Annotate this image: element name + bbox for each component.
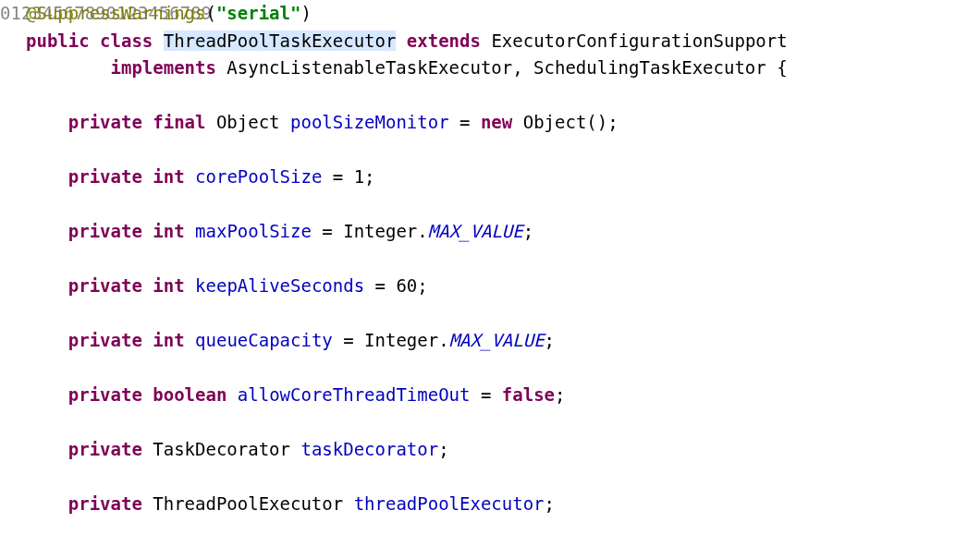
code-token: "serial" [216, 3, 301, 23]
code-token: threadPoolExecutor [354, 493, 545, 514]
code-token: private [68, 493, 142, 514]
code-token: = [470, 384, 501, 405]
code-token [227, 384, 237, 405]
code-token: false [502, 384, 555, 405]
code-token: ; [545, 330, 555, 350]
code-line[interactable]: private TaskDecorator taskDecorator; [26, 436, 980, 464]
code-token: taskDecorator [300, 439, 438, 459]
code-token: private boolean [68, 384, 227, 405]
code-line[interactable] [26, 464, 980, 492]
code-token: ( [205, 3, 215, 23]
code-token: ; [438, 439, 448, 459]
code-line[interactable] [26, 137, 980, 164]
code-line[interactable]: public class ThreadPoolTaskExecutor exte… [26, 28, 980, 55]
code-line[interactable]: private int queueCapacity = Integer.MAX_… [26, 327, 980, 355]
code-token [26, 166, 68, 187]
code-line[interactable] [26, 518, 980, 546]
code-token [26, 384, 68, 405]
code-token [26, 439, 68, 459]
code-token: private [68, 439, 142, 459]
code-token: TaskDecorator [142, 439, 301, 459]
code-token: ; [523, 221, 533, 241]
code-line[interactable]: private boolean allowCoreThreadTimeOut =… [26, 382, 980, 409]
code-token: = 60; [364, 275, 428, 296]
code-token: queueCapacity [195, 330, 333, 350]
code-token [153, 30, 163, 51]
code-line[interactable]: @SuppressWarnings("serial") [26, 0, 980, 28]
code-token: new [481, 112, 512, 132]
code-token: allowCoreThreadTimeOut [238, 384, 471, 405]
line-number-gutter: 01234567890123456789 [0, 0, 17, 547]
code-token: extends [407, 30, 481, 51]
code-token: = 1; [322, 166, 374, 187]
code-token: keepAliveSeconds [195, 275, 364, 296]
code-token: private final [68, 112, 206, 132]
code-token [185, 275, 195, 296]
code-token: Object [205, 112, 290, 132]
code-token [26, 330, 68, 350]
line-number: 0 [0, 3, 10, 23]
code-token: MAX_VALUE [449, 330, 545, 350]
code-token: ; [545, 493, 555, 514]
code-line[interactable]: private int corePoolSize = 1; [26, 164, 980, 191]
code-token [185, 166, 195, 187]
code-token: ExecutorConfigurationSupport [481, 30, 788, 51]
code-token: = [449, 112, 481, 132]
code-line[interactable] [26, 191, 980, 219]
code-token: ) [300, 3, 311, 23]
code-token: MAX_VALUE [428, 221, 523, 241]
code-line[interactable] [26, 300, 980, 328]
code-line[interactable] [26, 246, 980, 274]
code-line[interactable]: private int keepAliveSeconds = 60; [26, 273, 980, 300]
code-line[interactable]: implements AsyncListenableTaskExecutor, … [26, 55, 980, 82]
code-token [26, 57, 111, 78]
code-token [26, 221, 68, 241]
code-token: ThreadPoolTaskExecutor [164, 30, 397, 51]
code-token [185, 330, 195, 350]
code-token: AsyncListenableTaskExecutor, SchedulingT… [216, 57, 788, 78]
code-token: maxPoolSize [195, 221, 312, 241]
code-token [26, 493, 68, 514]
code-token: = Integer. [312, 221, 428, 241]
code-line[interactable]: private ThreadPoolExecutor threadPoolExe… [26, 491, 980, 518]
code-line[interactable] [26, 409, 980, 437]
code-token: poolSizeMonitor [290, 112, 449, 132]
code-token: ThreadPoolExecutor [142, 493, 354, 514]
code-token [26, 275, 68, 296]
code-token: private int [68, 275, 185, 296]
code-token [185, 221, 195, 241]
code-line[interactable] [26, 82, 980, 110]
code-token: corePoolSize [195, 166, 322, 187]
code-token: private int [68, 166, 185, 187]
code-token: Object(); [512, 112, 618, 132]
code-editor-area[interactable]: @SuppressWarnings("serial")public class … [17, 0, 980, 547]
code-line[interactable]: private int maxPoolSize = Integer.MAX_VA… [26, 218, 980, 246]
code-token: private int [68, 330, 185, 350]
code-token: private int [68, 221, 185, 241]
code-line[interactable]: private final Object poolSizeMonitor = n… [26, 109, 980, 137]
code-token: implements [111, 57, 216, 78]
code-token: @SuppressWarnings [26, 3, 205, 23]
code-token: ; [555, 384, 565, 405]
code-token: public class [26, 30, 153, 51]
code-token [26, 112, 68, 132]
code-token: = Integer. [333, 330, 449, 350]
code-token [396, 30, 406, 51]
code-line[interactable] [26, 355, 980, 383]
